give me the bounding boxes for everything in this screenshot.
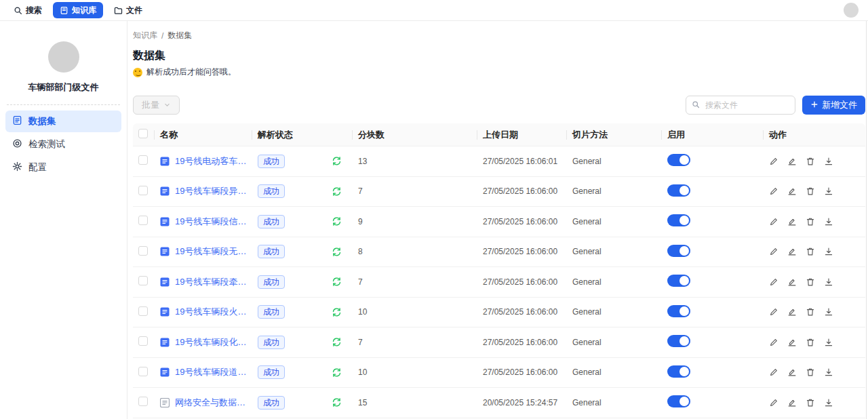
table-row: 19号线车辆段信号系统... 成功 9 27/05/2025 16:06:00 … bbox=[133, 207, 865, 237]
rename-pencil-icon[interactable] bbox=[769, 186, 778, 196]
nav-search-button[interactable]: 搜索 bbox=[7, 2, 49, 18]
enable-toggle[interactable] bbox=[667, 214, 690, 226]
download-icon[interactable] bbox=[824, 277, 833, 287]
refresh-icon[interactable] bbox=[332, 156, 342, 166]
rename-pencil-icon[interactable] bbox=[769, 217, 778, 226]
file-name-link[interactable]: 19号线车辆段牵引电力... bbox=[175, 276, 247, 288]
edit-icon[interactable] bbox=[787, 398, 797, 407]
rename-pencil-icon[interactable] bbox=[769, 277, 778, 287]
rename-pencil-icon[interactable] bbox=[769, 367, 778, 377]
enable-toggle[interactable] bbox=[667, 275, 690, 287]
sidebar-item-retrieval-test[interactable]: 检索测试 bbox=[5, 134, 121, 155]
knowledge-base-icon bbox=[60, 6, 68, 15]
nav-files-button[interactable]: 文件 bbox=[107, 2, 149, 18]
chunk-count: 7 bbox=[353, 277, 477, 287]
enable-toggle[interactable] bbox=[667, 154, 690, 166]
sidebar-item-dataset[interactable]: 数据集 bbox=[5, 111, 121, 132]
file-name-link[interactable]: 19号线电动客车救援起... bbox=[175, 155, 247, 167]
row-checkbox[interactable] bbox=[138, 155, 148, 165]
enable-toggle[interactable] bbox=[667, 305, 690, 317]
delete-trash-icon[interactable] bbox=[806, 186, 815, 196]
download-icon[interactable] bbox=[824, 186, 833, 196]
refresh-icon[interactable] bbox=[332, 337, 342, 347]
nav-knowledge-base-button[interactable]: 知识库 bbox=[53, 2, 103, 18]
add-file-button[interactable]: 新增文件 bbox=[802, 96, 865, 115]
bulk-action-button[interactable]: 批量 bbox=[133, 96, 180, 115]
file-name-link[interactable]: 19号线车辆段异物侵界... bbox=[175, 185, 247, 197]
row-checkbox[interactable] bbox=[138, 306, 148, 316]
row-checkbox[interactable] bbox=[138, 186, 148, 195]
upload-date: 27/05/2025 16:06:00 bbox=[477, 307, 567, 317]
download-icon[interactable] bbox=[824, 338, 833, 347]
delete-trash-icon[interactable] bbox=[806, 307, 815, 317]
file-name-link[interactable]: 19号线车辆段无线通信... bbox=[175, 245, 247, 258]
file-name-link[interactable]: 19号线车辆段道岔故障... bbox=[175, 366, 247, 378]
scrollbar[interactable] bbox=[866, 21, 867, 419]
enable-toggle[interactable] bbox=[667, 335, 690, 347]
file-name-link[interactable]: 19号线车辆段化学品存贮... bbox=[175, 336, 247, 348]
row-checkbox[interactable] bbox=[138, 246, 148, 256]
enable-toggle[interactable] bbox=[667, 184, 690, 197]
file-icon bbox=[160, 247, 170, 256]
row-checkbox[interactable] bbox=[138, 397, 148, 406]
sidebar-item-config[interactable]: 配置 bbox=[5, 157, 121, 178]
toggle-knob bbox=[679, 306, 689, 316]
delete-trash-icon[interactable] bbox=[806, 217, 815, 226]
slice-method: General bbox=[567, 338, 662, 347]
edit-icon[interactable] bbox=[787, 157, 797, 166]
enable-toggle[interactable] bbox=[667, 365, 690, 378]
file-icon bbox=[160, 217, 170, 226]
download-icon[interactable] bbox=[824, 157, 833, 166]
rename-pencil-icon[interactable] bbox=[769, 307, 778, 317]
download-icon[interactable] bbox=[824, 398, 833, 407]
refresh-icon[interactable] bbox=[332, 277, 342, 287]
toggle-knob bbox=[679, 367, 689, 376]
user-avatar[interactable] bbox=[844, 3, 859, 18]
refresh-icon[interactable] bbox=[332, 397, 342, 407]
delete-trash-icon[interactable] bbox=[806, 247, 815, 256]
download-icon[interactable] bbox=[824, 307, 833, 317]
row-checkbox[interactable] bbox=[138, 367, 148, 376]
rename-pencil-icon[interactable] bbox=[769, 247, 778, 256]
delete-trash-icon[interactable] bbox=[806, 367, 815, 377]
file-icon bbox=[160, 338, 170, 347]
file-name-link[interactable]: 19号线车辆段信号系统... bbox=[175, 216, 247, 228]
file-icon bbox=[160, 277, 170, 287]
row-checkbox[interactable] bbox=[138, 216, 148, 225]
download-icon[interactable] bbox=[824, 247, 833, 256]
edit-icon[interactable] bbox=[787, 277, 797, 287]
refresh-icon[interactable] bbox=[332, 367, 342, 378]
refresh-icon[interactable] bbox=[332, 307, 342, 317]
file-name-link[interactable]: 网络安全与数据安全事... bbox=[175, 397, 247, 409]
refresh-icon[interactable] bbox=[332, 186, 342, 197]
enable-toggle[interactable] bbox=[667, 395, 690, 407]
delete-trash-icon[interactable] bbox=[806, 277, 815, 287]
breadcrumb-parent[interactable]: 知识库 bbox=[133, 30, 157, 41]
row-checkbox[interactable] bbox=[138, 336, 148, 346]
row-checkbox[interactable] bbox=[138, 276, 148, 285]
edit-icon[interactable] bbox=[787, 367, 797, 377]
download-icon[interactable] bbox=[824, 217, 833, 226]
page-title: 数据集 bbox=[133, 48, 865, 63]
delete-trash-icon[interactable] bbox=[806, 157, 815, 166]
delete-trash-icon[interactable] bbox=[806, 338, 815, 347]
file-search-input[interactable] bbox=[704, 100, 789, 111]
rename-pencil-icon[interactable] bbox=[769, 398, 778, 407]
kb-header: 车辆部部门级文件 bbox=[7, 41, 120, 105]
main-content: 知识库 / 数据集 数据集 解析成功后才能问答哦。 批量 新增文件 bbox=[127, 21, 868, 419]
download-icon[interactable] bbox=[824, 367, 833, 377]
edit-icon[interactable] bbox=[787, 307, 797, 317]
edit-icon[interactable] bbox=[787, 186, 797, 196]
delete-trash-icon[interactable] bbox=[806, 398, 815, 407]
file-name-link[interactable]: 19号线车辆段火灾现场... bbox=[175, 306, 247, 318]
rename-pencil-icon[interactable] bbox=[769, 157, 778, 166]
slice-method: General bbox=[567, 157, 662, 166]
rename-pencil-icon[interactable] bbox=[769, 338, 778, 347]
enable-toggle[interactable] bbox=[667, 245, 690, 257]
edit-icon[interactable] bbox=[787, 217, 797, 226]
edit-icon[interactable] bbox=[787, 338, 797, 347]
edit-icon[interactable] bbox=[787, 247, 797, 256]
refresh-icon[interactable] bbox=[332, 216, 342, 226]
refresh-icon[interactable] bbox=[332, 247, 342, 257]
select-all-checkbox[interactable] bbox=[138, 129, 148, 138]
